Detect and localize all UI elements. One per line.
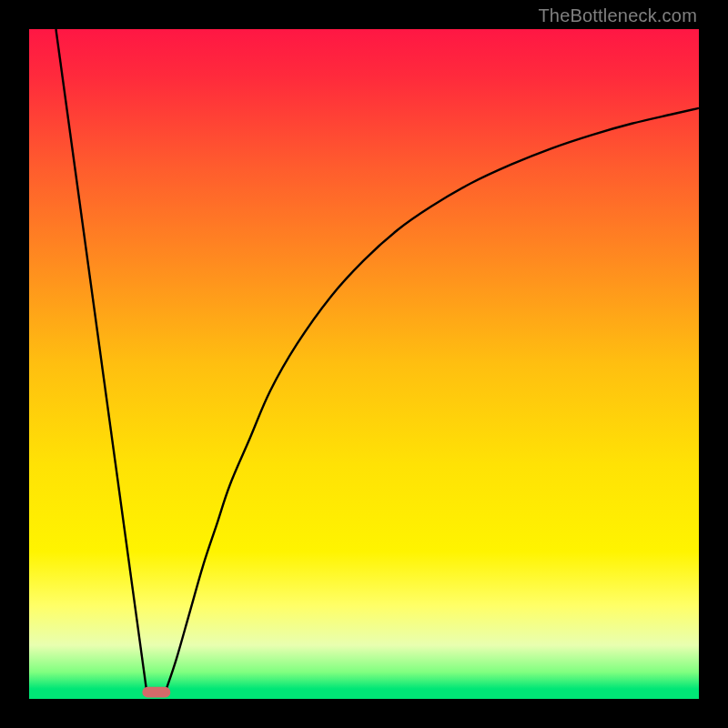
chart-frame: TheBottleneck.com [0, 0, 728, 728]
bottom-marker [142, 687, 170, 698]
plot-area [29, 29, 699, 699]
watermark-text: TheBottleneck.com [538, 5, 697, 26]
gradient-background [29, 29, 699, 699]
chart-svg [29, 29, 699, 699]
